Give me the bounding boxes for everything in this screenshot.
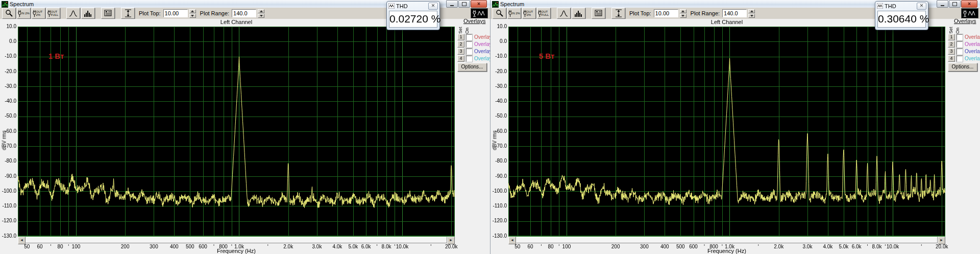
plot-top-label: Plot Top: xyxy=(139,10,161,16)
plot-client-area: Left Channel 5 Вт dBV rms ◄ ► Frequency … xyxy=(491,19,980,254)
overlay-label: Overlay 1 xyxy=(474,34,490,40)
plot-top-input[interactable] xyxy=(163,9,188,17)
octave-bars-mode-button[interactable] xyxy=(81,8,95,19)
generator-button[interactable] xyxy=(471,8,488,18)
overlays-panel: Overlays Set On 1Overlay 12Overlay 23Ove… xyxy=(948,18,979,72)
plot-top-spinner[interactable] xyxy=(189,9,196,18)
jack-plug-icon xyxy=(47,10,51,17)
window-title: Spectrum xyxy=(500,1,524,8)
overlay-row: 1Overlay 1 xyxy=(948,34,979,40)
horizontal-scrollbar[interactable]: ◄ ► xyxy=(508,237,945,243)
overlay-checkbox[interactable] xyxy=(466,41,472,48)
overlay-checkbox[interactable] xyxy=(957,49,963,55)
overlays-panel: Overlays Set On 1Overlay 12Overlay 23Ove… xyxy=(457,18,489,72)
spectrum-plot xyxy=(0,19,490,254)
generator-button[interactable] xyxy=(961,8,978,18)
overlay-set-button[interactable]: 3 xyxy=(948,48,955,55)
setup-list-button[interactable] xyxy=(101,8,115,19)
plot-range-spinner[interactable] xyxy=(748,9,755,18)
output-level-button[interactable]: OUT 2% xyxy=(522,8,536,19)
scrollbar-thumb[interactable] xyxy=(26,237,447,243)
thd-window[interactable]: THD ✕ 0.30640 % xyxy=(875,1,928,30)
thd-window[interactable]: THD ✕ 0.02720 % xyxy=(386,1,440,30)
minimize-icon xyxy=(941,5,944,6)
input-level-button[interactable]: IN 2% xyxy=(17,8,31,19)
plot-range-input[interactable] xyxy=(232,9,256,17)
output-full-button[interactable]: OUT FULL xyxy=(46,8,60,19)
scrollbar-thumb[interactable] xyxy=(516,237,938,243)
thd-value: 0.30640 % xyxy=(877,11,926,28)
overlay-checkbox[interactable] xyxy=(957,41,963,48)
scroll-right-button[interactable]: ► xyxy=(447,237,455,244)
overlay-checkbox[interactable] xyxy=(957,34,963,40)
input-level-button[interactable]: IN 2% xyxy=(507,8,521,19)
fit-vertical-button[interactable] xyxy=(121,8,135,19)
overlay-checkbox[interactable] xyxy=(957,56,963,62)
horizontal-scrollbar[interactable]: ◄ ► xyxy=(18,237,455,243)
close-button[interactable]: × xyxy=(961,0,977,8)
x-axis-label: Frequency (Hz) xyxy=(18,248,455,254)
output-full-label: OUT FULL xyxy=(51,10,60,16)
spectrum-mode-button[interactable] xyxy=(557,8,571,19)
fit-vertical-button[interactable] xyxy=(611,8,625,19)
plot-top-label: Plot Top: xyxy=(629,10,651,16)
jack-plug-icon xyxy=(538,10,541,17)
spectrum-mode-button[interactable] xyxy=(66,8,80,19)
output-full-button[interactable]: OUT FULL xyxy=(537,8,551,19)
plot-client-area: Left Channel 1 Вт dBV rms ◄ ► Frequency … xyxy=(0,19,490,254)
maximize-icon xyxy=(952,2,957,6)
overlay-row: 2Overlay 2 xyxy=(948,41,979,48)
thd-titlebar[interactable]: THD ✕ xyxy=(875,2,928,10)
zoom-tool-button[interactable] xyxy=(493,8,506,19)
thd-close-button[interactable]: ✕ xyxy=(428,3,438,10)
output-level-button[interactable]: OUT 2% xyxy=(32,8,45,19)
plot-range-spinner[interactable] xyxy=(258,9,264,18)
thd-value: 0.02720 % xyxy=(389,11,437,28)
overlay-set-button[interactable]: 3 xyxy=(457,48,464,55)
overlay-checkbox[interactable] xyxy=(466,56,472,62)
overlays-options-button[interactable]: Options... xyxy=(457,63,487,72)
overlays-options-button[interactable]: Options... xyxy=(948,63,977,72)
overlay-set-button[interactable]: 2 xyxy=(948,41,955,48)
plot-top-spinner[interactable] xyxy=(680,9,687,18)
overlays-set-column-label: Set xyxy=(458,25,464,34)
overlay-row: 3Overlay 3 xyxy=(948,48,979,55)
thd-close-button[interactable]: ✕ xyxy=(917,3,926,10)
jack-plug-icon xyxy=(508,10,511,17)
overlay-label: Overlay 3 xyxy=(474,49,490,54)
octave-bars-mode-button[interactable] xyxy=(572,8,585,19)
minimize-button[interactable] xyxy=(446,0,458,8)
overlay-label: Overlay 1 xyxy=(965,34,980,40)
app-icon xyxy=(492,1,499,7)
output-full-label: OUT FULL xyxy=(542,10,550,16)
scroll-left-button[interactable]: ◄ xyxy=(508,237,516,244)
close-button[interactable]: × xyxy=(471,0,487,8)
window-title: Spectrum xyxy=(10,1,34,8)
overlay-set-button[interactable]: 4 xyxy=(948,55,955,62)
overlay-checkbox[interactable] xyxy=(466,49,472,55)
minimize-button[interactable] xyxy=(937,0,948,8)
overlay-checkbox[interactable] xyxy=(466,34,472,40)
plot-range-input[interactable] xyxy=(722,9,747,17)
overlay-set-button[interactable]: 1 xyxy=(457,34,464,40)
setup-list-button[interactable] xyxy=(592,8,605,19)
maximize-icon xyxy=(462,2,467,6)
overlay-set-button[interactable]: 4 xyxy=(457,55,464,62)
output-level-label: OUT 2% xyxy=(36,10,45,16)
overlay-set-button[interactable]: 2 xyxy=(457,41,464,48)
spectrum-curve-icon xyxy=(559,10,568,17)
scroll-left-button[interactable]: ◄ xyxy=(18,237,26,244)
maximize-button[interactable] xyxy=(949,0,961,8)
scroll-right-button[interactable]: ► xyxy=(938,237,945,244)
spectrum-window-2: Spectrum × IN 2% OUT 2% OUT FULL xyxy=(490,0,980,254)
overlay-label: Overlay 3 xyxy=(965,49,980,54)
thd-titlebar[interactable]: THD ✕ xyxy=(387,2,439,10)
overlay-set-button[interactable]: 1 xyxy=(948,34,955,40)
y-axis-label: dBV rms xyxy=(2,125,7,156)
maximize-button[interactable] xyxy=(458,0,470,8)
zoom-tool-button[interactable] xyxy=(2,8,16,19)
minimize-icon xyxy=(450,5,454,6)
magnifier-icon xyxy=(5,9,13,17)
plot-top-input[interactable] xyxy=(654,9,678,17)
spectrum-window-1: Spectrum × IN 2% OUT 2% OUT FULL xyxy=(0,0,490,254)
